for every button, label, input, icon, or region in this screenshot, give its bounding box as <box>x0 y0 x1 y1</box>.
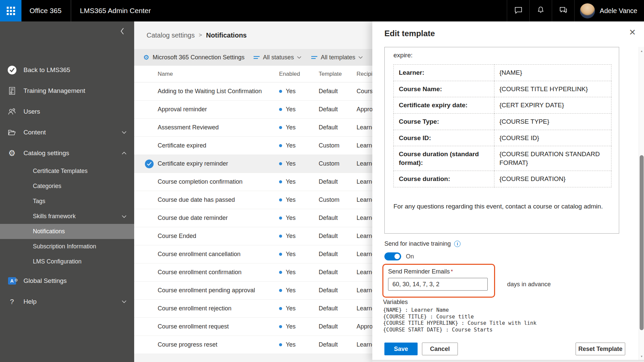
scrollbar-thumb[interactable] <box>640 155 644 330</box>
close-icon[interactable]: ✕ <box>629 27 636 37</box>
sidebar-item-help[interactable]: ? Help <box>0 291 134 312</box>
sidebar-item-content[interactable]: Content <box>0 122 134 143</box>
sidebar-item-label: Global Settings <box>23 277 67 285</box>
sidebar-item-training-management[interactable]: Training Management <box>0 80 134 101</box>
status-dot-icon <box>279 126 282 129</box>
enabled-status: Yes <box>279 215 319 222</box>
template-type: Default <box>319 178 357 185</box>
notification-name: Course due date has passed <box>158 196 279 203</box>
reset-template-button[interactable]: Reset Template <box>576 343 625 355</box>
chevron-down-icon <box>121 131 127 134</box>
sidebar-item-subscription-information[interactable]: Subscription Information <box>0 239 134 254</box>
lms365-admin-window: Office 365 LMS365 Admin Center <box>0 0 644 362</box>
office365-brand[interactable]: Office 365 <box>30 7 61 15</box>
template-filter[interactable]: All templates <box>311 54 363 61</box>
chat-button[interactable] <box>507 0 529 21</box>
user-menu[interactable]: Adele Vance <box>575 3 644 18</box>
template-type: Default <box>319 88 357 95</box>
template-type: Default <box>319 124 357 131</box>
status-dot-icon <box>279 235 282 238</box>
status-dot-icon <box>279 217 282 220</box>
notifications-button[interactable] <box>530 0 552 21</box>
inactive-training-toggle[interactable] <box>384 252 401 260</box>
sidebar-item-skills-framework[interactable]: Skills framework <box>0 209 134 224</box>
template-type: Default <box>319 233 357 240</box>
notification-name: Course progress reset <box>158 341 279 348</box>
chevron-down-icon <box>121 300 127 303</box>
inactive-training-row: Send for inactive training i <box>384 240 461 247</box>
reminder-emails-label: Send Reminder Emails <box>388 268 450 275</box>
enabled-status: Yes <box>279 178 319 185</box>
notification-name: Course completion confirmation <box>158 178 279 185</box>
chevron-up-icon <box>121 152 127 155</box>
filter-label: All templates <box>321 54 355 61</box>
template-type: Default <box>319 269 357 276</box>
chevron-down-icon <box>297 56 302 59</box>
sidebar-subitem-label: Subscription Information <box>33 243 96 250</box>
column-header-enabled[interactable]: Enabled <box>279 71 319 77</box>
status-dot-icon <box>279 271 282 274</box>
notification-name: Certificate expiry reminder <box>158 160 279 167</box>
reminder-days-input[interactable] <box>388 278 488 291</box>
sidebar-collapse-button[interactable] <box>117 26 127 36</box>
feedback-button[interactable] <box>552 0 574 21</box>
enabled-status: Yes <box>279 124 319 131</box>
enabled-status: Yes <box>279 287 319 294</box>
sidebar-item-label: Training Management <box>23 87 85 95</box>
status-filter[interactable]: All statuses <box>253 54 302 61</box>
avatar <box>580 3 595 18</box>
sidebar-item-certificate-templates[interactable]: Certificate Templates <box>0 164 134 179</box>
top-bar: Office 365 LMS365 Admin Center <box>0 0 644 21</box>
filter-label: All statuses <box>263 54 294 61</box>
status-dot-icon <box>279 325 282 328</box>
sidebar-item-users[interactable]: Users <box>0 101 134 122</box>
template-type: Custom <box>319 142 357 149</box>
sidebar-item-global-settings[interactable]: A⚙ Global Settings <box>0 270 134 291</box>
template-variables-table: Learner:{NAME}Course Name:{COURSE TITLE … <box>393 64 611 187</box>
people-icon <box>7 107 16 116</box>
column-header-name[interactable]: Name <box>158 71 279 77</box>
breadcrumb-parent[interactable]: Catalog settings <box>147 32 195 39</box>
enabled-status: Yes <box>279 251 319 258</box>
sidebar-item-catalog-settings[interactable]: ⚙ Catalog settings <box>0 143 134 164</box>
status-dot-icon <box>279 162 282 165</box>
waffle-icon <box>6 6 15 15</box>
sidebar-item-notifications[interactable]: Notifications <box>0 224 134 239</box>
status-dot-icon <box>279 180 282 183</box>
sidebar-item-lms-configuration[interactable]: LMS Configuration <box>0 254 134 269</box>
enabled-status: Yes <box>279 305 319 312</box>
template-preview[interactable]: expire: Learner:{NAME}Course Name:{COURS… <box>384 47 619 234</box>
chevron-down-icon <box>358 56 363 59</box>
app-launcher-button[interactable] <box>0 0 21 21</box>
save-button[interactable]: Save <box>384 343 418 355</box>
template-type: Default <box>319 341 357 348</box>
template-type: Default <box>319 287 357 294</box>
scroll-up-icon[interactable]: ▲ <box>639 48 644 54</box>
connection-settings-gear-icon: ⚙ <box>143 53 149 61</box>
sidebar-item-back-to-lms365[interactable]: Back to LMS365 <box>0 60 134 80</box>
edit-template-panel: Edit template ✕ expire: Learner:{NAME}Co… <box>372 21 644 362</box>
info-icon[interactable]: i <box>454 241 461 247</box>
inactive-training-toggle-row: On <box>384 252 414 260</box>
notification-name: Assessment Reviewed <box>158 124 279 131</box>
status-dot-icon <box>279 90 282 93</box>
connection-settings-button[interactable]: Microsoft 365 Connection Settings <box>153 54 245 61</box>
column-header-template[interactable]: Template <box>319 71 357 77</box>
enabled-status: Yes <box>279 323 319 330</box>
sidebar-item-tags[interactable]: Tags <box>0 194 134 209</box>
template-intro-text: expire: <box>393 52 619 59</box>
template-type: Default <box>319 305 357 312</box>
notification-name: Course enrollment confirmation <box>158 269 279 276</box>
template-variable-row: Certificate expiry date:{CERT EXPIRY DAT… <box>394 97 611 114</box>
sidebar-subitem-label: Notifications <box>33 228 65 235</box>
sidebar-subitem-label: LMS Configuration <box>33 258 82 265</box>
template-type: Custom <box>319 196 357 203</box>
template-type: Default <box>319 323 357 330</box>
scroll-down-icon[interactable]: ▼ <box>639 354 644 359</box>
template-footer-text: For any questions regarding this event, … <box>393 203 619 210</box>
sidebar-subitem-label: Categories <box>33 183 61 190</box>
template-type: Default <box>319 106 357 113</box>
cancel-button[interactable]: Cancel <box>422 343 458 355</box>
bell-icon <box>536 6 545 16</box>
sidebar-item-categories[interactable]: Categories <box>0 179 134 194</box>
